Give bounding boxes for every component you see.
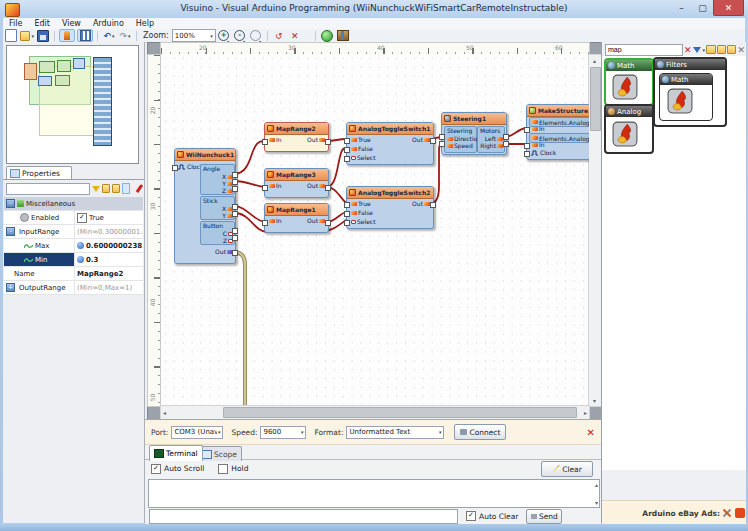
pin-connector[interactable] bbox=[503, 134, 509, 140]
ebay-close-icon[interactable] bbox=[735, 508, 745, 518]
pin-angle-x[interactable]: X bbox=[201, 173, 234, 180]
clear-button[interactable]: Clear bbox=[541, 461, 593, 477]
undo-button[interactable]: ↶▾ bbox=[102, 30, 116, 41]
canvas-hscrollbar[interactable]: ◂ ▸ bbox=[160, 405, 590, 420]
pin-true[interactable]: True bbox=[349, 136, 371, 143]
block-header[interactable]: MakeStructure1 bbox=[527, 105, 589, 117]
pin-in[interactable]: In bbox=[267, 182, 282, 189]
palette-group-header[interactable]: Math bbox=[606, 60, 652, 71]
compile-button[interactable] bbox=[320, 30, 334, 41]
expander-icon[interactable]: - bbox=[6, 227, 15, 236]
property-row-enabled[interactable]: Enabled ✓True bbox=[4, 211, 143, 225]
scroll-thumb[interactable] bbox=[590, 67, 601, 131]
property-row-min-selected[interactable]: Min 0.3 bbox=[4, 253, 143, 267]
folder-icon[interactable] bbox=[706, 45, 715, 54]
delete-button[interactable]: ✕ bbox=[288, 30, 302, 41]
pin-connector[interactable] bbox=[232, 211, 238, 217]
menu-view[interactable]: View bbox=[56, 19, 87, 28]
terminal-output[interactable]: ▴ ▾ bbox=[148, 479, 600, 508]
pin-in[interactable]: In bbox=[267, 217, 282, 224]
pin-out[interactable]: Out bbox=[307, 182, 326, 189]
auto-clear-checkbox[interactable]: ✓ bbox=[466, 511, 476, 521]
pin-connector[interactable] bbox=[232, 179, 238, 185]
block-maprange1[interactable]: MapRange1 In Out bbox=[264, 203, 329, 233]
palette-group-header[interactable]: Filters bbox=[655, 59, 725, 70]
palette-group-filters-math[interactable]: Math bbox=[659, 73, 713, 121]
block-analogtoggleswitch2[interactable]: AnalogToggleSwitch2 True False Select Ou… bbox=[346, 186, 434, 229]
scroll-left-arrow[interactable]: ◂ bbox=[163, 409, 166, 416]
palette-group-filters[interactable]: Filters Math bbox=[653, 57, 727, 127]
refresh-button[interactable]: ↺ bbox=[272, 30, 286, 41]
filter-icon[interactable] bbox=[693, 47, 701, 53]
pin-connector[interactable] bbox=[325, 139, 331, 145]
pin-connector[interactable] bbox=[524, 151, 530, 157]
collapse-all-icon[interactable] bbox=[112, 184, 120, 193]
block-steering1[interactable]: Steering1 Steering Direction Speed Motor… bbox=[441, 112, 507, 155]
pin-in2[interactable]: In bbox=[530, 141, 545, 148]
block-header[interactable]: MapRange2 bbox=[265, 123, 328, 135]
minimize-button[interactable]: – bbox=[671, 0, 692, 15]
scroll-right-arrow[interactable]: ▸ bbox=[584, 409, 587, 416]
pin-connector[interactable] bbox=[344, 211, 350, 217]
wizard-icon[interactable]: ✕ bbox=[737, 45, 745, 55]
enabled-checkbox[interactable]: ✓ bbox=[77, 213, 87, 223]
pin-connector[interactable] bbox=[524, 143, 530, 149]
property-row-max[interactable]: Max 0.6000000238... bbox=[4, 239, 143, 253]
hold-checkbox[interactable] bbox=[218, 464, 228, 474]
block-analogtoggleswitch1[interactable]: AnalogToggleSwitch1 True False Select Ou… bbox=[346, 122, 434, 165]
pin-connector[interactable] bbox=[262, 220, 268, 226]
property-row-outputrange[interactable]: +OutputRange (Min=0,Max=1) bbox=[4, 281, 143, 295]
menu-help[interactable]: Help bbox=[130, 19, 160, 28]
pin-connector[interactable] bbox=[232, 172, 238, 178]
zoom-out-button[interactable]: - bbox=[233, 30, 247, 41]
palette-group-header[interactable]: Math bbox=[660, 74, 712, 85]
tab-terminal[interactable]: Terminal bbox=[149, 445, 203, 461]
pin-out[interactable]: Out bbox=[307, 136, 326, 143]
palette-search-input[interactable] bbox=[605, 44, 683, 56]
pin-panel-icon[interactable] bbox=[135, 184, 143, 193]
pin-out[interactable]: Out bbox=[412, 200, 431, 207]
pin-select[interactable]: Select bbox=[349, 154, 376, 161]
overview-minimap[interactable] bbox=[6, 45, 139, 164]
pin-clock[interactable]: Clock bbox=[529, 149, 556, 156]
pin-angle-y[interactable]: Y bbox=[201, 180, 234, 187]
pin-connector[interactable] bbox=[262, 185, 268, 191]
design-canvas[interactable]: WiiNunchuck1 Clock Angle X Y Z Stick X Y… bbox=[160, 54, 589, 405]
menu-arduino[interactable]: Arduino bbox=[87, 19, 130, 28]
wire[interactable] bbox=[327, 148, 346, 187]
menu-file[interactable]: File bbox=[3, 19, 28, 28]
block-header[interactable]: MapRange3 bbox=[265, 169, 328, 181]
block-makestructure1[interactable]: MakeStructure1 Elements.Analog1 In Eleme… bbox=[526, 104, 589, 160]
pin-connector[interactable] bbox=[503, 141, 509, 147]
zoom-reset-button[interactable] bbox=[249, 30, 263, 41]
pin-in1[interactable]: In bbox=[530, 125, 545, 132]
property-row-name[interactable]: Name MapRange2 bbox=[4, 267, 143, 281]
palette-group-analog[interactable]: Analog bbox=[604, 104, 654, 154]
wire[interactable] bbox=[234, 141, 264, 174]
zoom-select[interactable]: 100%▾ bbox=[172, 29, 216, 42]
grid-toggle[interactable] bbox=[77, 29, 93, 42]
pin-connector[interactable] bbox=[344, 220, 350, 226]
disconnect-icon[interactable]: ✕ bbox=[587, 427, 595, 438]
pin-out[interactable]: Out bbox=[412, 136, 431, 143]
ebay-tools-icon[interactable] bbox=[722, 508, 732, 518]
pin-connector[interactable] bbox=[439, 134, 445, 140]
pin-angle-z[interactable]: Z bbox=[201, 187, 234, 194]
pin-direction[interactable]: Direction bbox=[445, 135, 476, 142]
expander-icon[interactable]: + bbox=[6, 283, 15, 292]
pin-button-z[interactable]: Z bbox=[201, 237, 234, 244]
open-project-button[interactable]: ▾ bbox=[20, 30, 34, 41]
menu-edit[interactable]: Edit bbox=[28, 19, 56, 28]
block-maprange2[interactable]: MapRange2 In Out bbox=[264, 122, 329, 152]
pin-connector[interactable] bbox=[325, 220, 331, 226]
pin-connector[interactable] bbox=[344, 147, 350, 153]
block-wiinunchuck1[interactable]: WiiNunchuck1 Clock Angle X Y Z Stick X Y… bbox=[174, 148, 236, 264]
new-project-button[interactable] bbox=[4, 30, 18, 41]
collapse-categories-icon[interactable] bbox=[727, 45, 736, 54]
upload-to-arduino-button[interactable] bbox=[336, 30, 350, 41]
pin-connector[interactable] bbox=[344, 202, 350, 208]
properties-search-input[interactable] bbox=[6, 183, 90, 195]
expander-icon[interactable]: - bbox=[6, 199, 15, 208]
speed-select[interactable]: 9600▾ bbox=[260, 426, 306, 439]
pin-right[interactable]: Right bbox=[478, 142, 504, 149]
